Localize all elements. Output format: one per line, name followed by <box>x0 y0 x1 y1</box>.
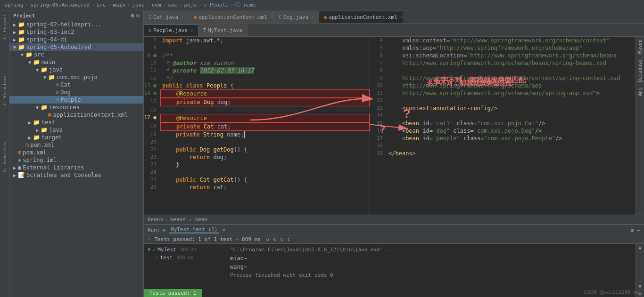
left-toolstrip: 1: Project 7: Structure 2: Favorites <box>0 10 9 297</box>
breadcrumb-autowired[interactable]: spring-05-Autowired <box>30 2 90 8</box>
breadcrumb-spring[interactable]: spring <box>5 2 24 8</box>
xml-line-14: 14 <box>370 112 636 120</box>
xml-line-12: 12 <box>370 97 636 104</box>
check-circle-icon: ✓ <box>153 247 156 253</box>
expand-icon[interactable]: ↕ <box>287 236 290 242</box>
database-tab[interactable]: Database <box>636 56 644 85</box>
tab-close-cat[interactable]: × <box>181 15 184 20</box>
ant-tab[interactable]: Ant <box>636 85 644 99</box>
tab-mytest-java[interactable]: T MyTest.java <box>198 24 248 36</box>
test-subitem[interactable]: ✓ test 809 ms <box>144 254 226 262</box>
code-line-26: 26 return cat; <box>144 184 370 191</box>
tab-close-appctx2[interactable]: × <box>400 15 403 20</box>
tree-item-test[interactable]: ▶ 📁 test <box>9 119 143 126</box>
run-tab-mytest[interactable]: MyTest.test (1) <box>169 226 219 233</box>
tree-item-resources[interactable]: ▼ 📁 resources <box>9 104 143 111</box>
question-annotation: ? <box>380 124 386 136</box>
breadcrumb-pojo[interactable]: pojo <box>184 2 197 8</box>
scroll-up-icon[interactable]: ▲ <box>638 245 641 250</box>
tree-item[interactable]: ▼ 📁 com.xxc.pojo <box>9 73 143 81</box>
breadcrumb-xxc[interactable]: xxc <box>168 2 177 8</box>
tab-dog-java[interactable]: C Dog.java × <box>274 11 319 23</box>
code-line-14: 14 ◉ @Resource <box>144 89 370 98</box>
tree-item-dog[interactable]: ⊙ Dog <box>9 88 143 96</box>
test-sub-time: 809 ms <box>176 255 193 260</box>
tree-item[interactable]: ▶ 📁 spring-02-hellospri... <box>9 21 143 28</box>
tab-close-people[interactable]: × <box>190 28 193 33</box>
tree-item-appctx[interactable]: ▣ applicationContext.xml <box>9 111 143 119</box>
tree-item-target[interactable]: ▶ 📁 target <box>9 134 143 141</box>
breadcrumb-bean: beans › bean <box>170 217 207 223</box>
run-label: Run: <box>148 227 160 233</box>
sidebar-icon-plus[interactable]: ⊕ <box>131 12 134 19</box>
people-java-editor[interactable]: 7 import java.awt.*; 8 9 ● /** 10 <box>144 37 370 215</box>
annotation-text-overlay: 名字不对，那我就按类型匹配 <box>427 79 512 88</box>
tab-cat-java[interactable]: C Cat.java × <box>144 11 189 23</box>
maven-tab[interactable]: Maven <box>636 37 644 56</box>
rerun-icon[interactable]: ↺ <box>266 236 270 242</box>
tab-close-dog[interactable]: × <box>311 15 314 20</box>
tree-item-pom-inner[interactable]: m pom.xml <box>9 141 143 149</box>
tree-item[interactable]: ▶ 📁 spring-03-ioc2 <box>9 28 143 36</box>
tree-item[interactable]: ▼ 📁 main <box>9 58 143 66</box>
run-output: "C:\Program Files\Java\jdk1.8.0_121\bin\… <box>226 244 636 297</box>
breadcrumb-beans: beans <box>148 217 163 223</box>
appctx-xml-editor[interactable]: 4 xmlns:context="http://www.springframew… <box>370 37 636 215</box>
tree-item-pom-outer[interactable]: m pom.xml <box>9 149 143 156</box>
test-sub-label: test <box>160 255 173 261</box>
tab-close-appctx1[interactable]: × <box>270 15 273 20</box>
code-line-11: 11 * @create 2022-02-03 16:17 <box>144 67 370 74</box>
breadcrumb-com[interactable]: com <box>152 2 161 8</box>
mytest-java-icon: T <box>203 28 206 33</box>
breadcrumb-main[interactable]: main <box>113 2 125 8</box>
mytest-item[interactable]: ▼ ✓ MyTest 809 ms <box>144 246 226 254</box>
check-icon-sub: ✓ <box>155 255 158 261</box>
xml-line-6: 6 xsi:schemaLocation="http://www.springf… <box>370 52 636 59</box>
tree-item[interactable]: ▼ 📁 src <box>9 51 143 58</box>
xml-line-11: 11 http://www.springframework.org/schema… <box>370 89 636 97</box>
code-line-13: 13 ◉ public class People { <box>144 82 370 89</box>
tree-item-test-java[interactable]: ▶ 📁 java <box>9 126 143 134</box>
run-minimize-icon[interactable]: — <box>637 227 640 233</box>
breadcrumb-people[interactable]: ⊙ People <box>204 2 229 8</box>
top-tab-bar: C Cat.java × ▣ applicationContext.xml × … <box>144 10 644 24</box>
breadcrumb-src[interactable]: src <box>97 2 106 8</box>
check-icon: ✓ <box>148 236 151 242</box>
breadcrumb-java[interactable]: java <box>132 2 145 8</box>
tree-item-people[interactable]: ⊙ People <box>9 96 143 104</box>
xml-line-4: 4 xmlns:context="http://www.springframew… <box>370 37 636 44</box>
play-icon[interactable]: ▶ <box>163 227 166 233</box>
rerun-fail-icon[interactable]: ↻ <box>273 236 276 242</box>
people-java-icon: ⊙ <box>149 28 151 33</box>
xml-icon2: ▣ <box>324 15 327 20</box>
xml-line-19: 19 </beans> <box>370 150 636 157</box>
structure-tab[interactable]: 7: Structure <box>1 73 8 108</box>
xml-icon1: ▣ <box>194 15 197 20</box>
sort-icon[interactable]: ⇅ <box>280 236 283 242</box>
code-line-10: 10 * @author xie_xuchun <box>144 59 370 67</box>
sidebar-icon-settings[interactable]: ⚙ <box>136 12 140 19</box>
run-settings-icon[interactable]: ⚙ <box>631 227 634 233</box>
output-line-5: Process finished with exit code 0 <box>230 271 632 280</box>
code-line-22: 22 return dog; <box>144 153 370 161</box>
favorites-tab[interactable]: 2: Favorites <box>1 140 8 174</box>
tab-appctx1[interactable]: ▣ applicationContext.xml × <box>189 11 274 23</box>
tab-appctx2[interactable]: ▣ applicationContext.xml × <box>319 11 404 23</box>
tree-item-extlibs[interactable]: ▶ ▣ External Libraries <box>9 164 143 171</box>
run-close-icon[interactable]: × <box>222 227 225 233</box>
run-toolbar: Run: ▶ MyTest.test (1) × ⚙ — <box>144 225 644 235</box>
code-line-16: 16 <box>144 106 370 114</box>
tree-item-scratches[interactable]: ▶ 📝 Scratches and Consoles <box>9 171 143 179</box>
tree-item[interactable]: ▶ 📁 spring-04-di <box>9 36 143 43</box>
scroll-down-icon[interactable]: ▼ <box>638 284 641 289</box>
project-tab[interactable]: 1: Project <box>1 12 8 41</box>
tree-item[interactable]: ▼ 📁 spring-05-Autowired <box>9 43 143 51</box>
tree-item[interactable]: ▼ 📁 java <box>9 66 143 73</box>
code-line-7: 7 import java.awt.*; <box>144 37 370 44</box>
tab-people-java[interactable]: ⊙ People.java × <box>144 24 198 36</box>
tree-item-iml[interactable]: ◈ spring.iml <box>9 156 143 164</box>
breadcrumb-name[interactable]: ⓘ name <box>235 1 256 8</box>
code-line-23: 23 } <box>144 161 370 169</box>
code-line-9: 9 ● /** <box>144 52 370 59</box>
tree-item-cat[interactable]: ⊙ Cat <box>9 81 143 88</box>
